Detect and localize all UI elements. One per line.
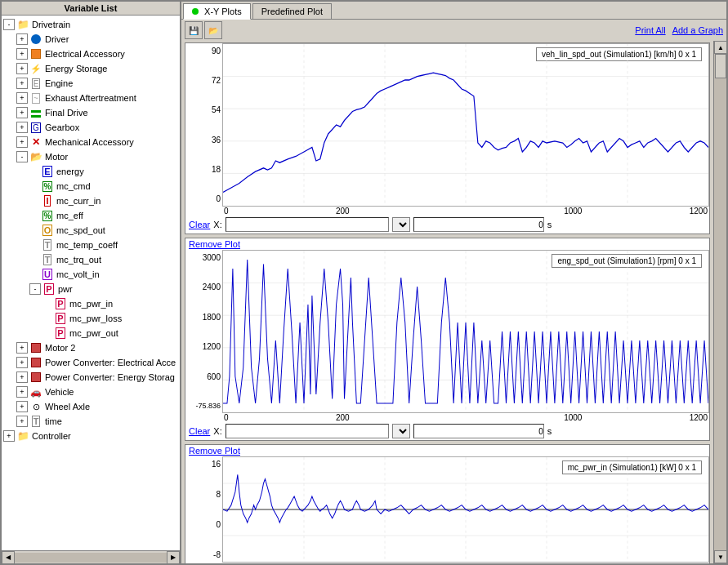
plot-xaxis-2: 0 200 1000 1200 xyxy=(222,413,709,422)
x-input-2[interactable] xyxy=(226,424,389,438)
scroll-left-btn[interactable]: ◀ xyxy=(2,551,15,564)
tree-item-mc-eff[interactable]: % mc_eff xyxy=(28,208,180,223)
x-select-1[interactable] xyxy=(392,217,410,232)
print-all-link[interactable]: Print All xyxy=(635,25,665,35)
label-mc-pwr-loss: mc_pwr_loss xyxy=(69,314,122,323)
tree-item-pwr-conv-elec[interactable]: + Power Converter: Electrical Acce xyxy=(15,355,180,370)
tree-item-mechanical[interactable]: + ✕ Mechanical Accessory xyxy=(15,135,180,149)
scroll-up-btn[interactable]: ▲ xyxy=(714,41,726,54)
tree-item-gearbox[interactable]: + G Gearbox xyxy=(15,120,180,135)
plot-controls-2: Clear X: s xyxy=(185,422,709,440)
x-val-2[interactable] xyxy=(413,424,544,438)
tree-item-mc-spd-out[interactable]: O mc_spd_out xyxy=(28,223,180,238)
label-controller: Controller xyxy=(32,431,71,441)
tree-item-vehicle[interactable]: + 🚗 Vehicle xyxy=(15,385,180,399)
tree-item-mc-volt-in[interactable]: U mc_volt_in xyxy=(28,267,180,282)
open-button[interactable]: 📂 xyxy=(204,21,222,39)
expander-electrical[interactable]: + xyxy=(16,48,28,60)
label-final-drive: Final Drive xyxy=(45,108,88,118)
plot-xaxis-3: 0 200 1000 1200 xyxy=(222,563,709,563)
scroll-right-btn[interactable]: ▶ xyxy=(167,551,180,564)
tree-item-mc-pwr-out[interactable]: P mc_pwr_out xyxy=(41,326,180,340)
horizontal-scrollbar[interactable]: ◀ ▶ xyxy=(2,550,180,563)
expander-engine[interactable]: + xyxy=(16,78,28,89)
scroll-down-btn[interactable]: ▼ xyxy=(714,550,726,563)
scroll-track-v[interactable] xyxy=(714,54,726,550)
expander-time[interactable]: + xyxy=(16,416,28,427)
tree-item-motor[interactable]: - 📂 Motor xyxy=(15,149,180,164)
right-scrollbar[interactable]: ▲ ▼ xyxy=(713,41,726,563)
x-unit-1: s xyxy=(547,220,552,229)
tab-predefined[interactable]: Predefined Plot xyxy=(252,3,332,19)
tree-item-pwr-conv-energy[interactable]: + Power Converter: Energy Storag xyxy=(15,370,180,385)
tree-item-driver[interactable]: + Driver xyxy=(15,32,180,47)
icon-wheel-axle: ⊙ xyxy=(29,400,42,413)
expander-motor2[interactable]: + xyxy=(16,342,28,354)
tree-item-mc-pwr-loss[interactable]: P mc_pwr_loss xyxy=(41,311,180,326)
expander-pwr-conv-elec[interactable]: + xyxy=(16,357,28,368)
save-button[interactable]: 💾 xyxy=(185,21,203,39)
tree-item-mc-temp-coeff[interactable]: T mc_temp_coeff xyxy=(28,238,180,252)
remove-plot-link-3[interactable]: Remove Plot xyxy=(185,445,709,456)
expander-exhaust[interactable]: + xyxy=(16,92,28,104)
label-motor: Motor xyxy=(45,152,68,162)
tree-item-exhaust[interactable]: + ~ Exhaust Aftertreatment xyxy=(15,91,180,105)
tree-item-wheel-axle[interactable]: + ⊙ Wheel Axle xyxy=(15,399,180,414)
label-mc-pwr-in: mc_pwr_in xyxy=(69,299,113,309)
tree-item-pwr[interactable]: - P pwr xyxy=(28,282,180,296)
tree-item-final-drive[interactable]: + Final Drive xyxy=(15,105,180,120)
plot-main-2[interactable]: eng_spd_out (Simulation1) [rpm] 0 x 1 xyxy=(222,250,709,413)
expander-energy-storage[interactable]: + xyxy=(16,63,28,74)
tree-item-drivetrain[interactable]: - 📁 Drivetrain xyxy=(2,17,180,32)
expander-pwr-conv-energy[interactable]: + xyxy=(16,371,28,383)
expander-wheel-axle[interactable]: + xyxy=(16,401,28,412)
tree-item-energy[interactable]: E energy xyxy=(28,164,180,179)
expander-gearbox[interactable]: + xyxy=(16,122,28,133)
x-unit-2: s xyxy=(547,426,552,436)
icon-mechanical: ✕ xyxy=(29,136,42,149)
tree-item-engine[interactable]: + E Engine xyxy=(15,76,180,91)
scroll-track-h[interactable] xyxy=(15,553,167,563)
expander-mechanical[interactable]: + xyxy=(16,136,28,148)
add-graph-link[interactable]: Add a Graph xyxy=(672,25,723,35)
plot-yaxis-1: 90 72 54 36 18 0 xyxy=(185,43,222,207)
label-mc-eff: mc_eff xyxy=(56,211,83,220)
x-select-2[interactable] xyxy=(392,424,410,438)
plot-svg-1 xyxy=(223,44,708,206)
tree-item-mc-pwr-in[interactable]: P mc_pwr_in xyxy=(41,296,180,311)
plot-yaxis-3: 16 8 0 -8 xyxy=(185,456,222,563)
plot-svg-2 xyxy=(223,251,708,412)
label-mc-volt-in: mc_volt_in xyxy=(56,269,100,279)
x-input-1[interactable] xyxy=(226,217,389,232)
tree-item-mc-cmd[interactable]: % mc_cmd xyxy=(28,179,180,194)
remove-plot-link-2[interactable]: Remove Plot xyxy=(185,238,709,250)
icon-pwr-conv-energy xyxy=(29,371,42,384)
plots-area: 90 72 54 36 18 0 veh_lin_spd_out (Simula… xyxy=(181,41,713,563)
tab-xy-plots[interactable]: X-Y Plots xyxy=(183,3,251,20)
tree-item-controller[interactable]: + 📁 Controller xyxy=(2,429,180,443)
expander-driver[interactable]: + xyxy=(16,33,28,45)
expander-pwr[interactable]: - xyxy=(29,283,41,295)
icon-time: T xyxy=(29,415,42,428)
expander-controller[interactable]: + xyxy=(3,430,15,442)
expander-final-drive[interactable]: + xyxy=(16,107,28,118)
label-gearbox: Gearbox xyxy=(45,122,79,132)
tree-item-time[interactable]: + T time xyxy=(15,414,180,429)
expander-vehicle[interactable]: + xyxy=(16,386,28,398)
left-panel: Variable List - 📁 Drivetrain + Driver + … xyxy=(2,2,181,563)
clear-link-1[interactable]: Clear xyxy=(189,220,210,229)
tree-item-electrical[interactable]: + Electrical Accessory xyxy=(15,47,180,61)
expander-drivetrain[interactable]: - xyxy=(3,19,15,30)
clear-link-2[interactable]: Clear xyxy=(189,426,210,436)
tree-item-mc-trq-out[interactable]: T mc_trq_out xyxy=(28,252,180,267)
tree-item-mc-curr-in[interactable]: I mc_curr_in xyxy=(28,194,180,208)
expander-motor[interactable]: - xyxy=(16,151,28,162)
label-mc-pwr-out: mc_pwr_out xyxy=(69,328,118,338)
toolbar-row: 💾 📂 Print All Add a Graph xyxy=(181,20,726,41)
plot-main-3[interactable]: mc_pwr_in (Simulation1) [kW] 0 x 1 xyxy=(222,456,709,563)
tree-item-energy-storage[interactable]: + ⚡ Energy Storage xyxy=(15,61,180,76)
x-val-1[interactable] xyxy=(413,217,544,232)
tree-item-motor2[interactable]: + Motor 2 xyxy=(15,340,180,355)
plot-main-1[interactable]: veh_lin_spd_out (Simulation1) [km/h] 0 x… xyxy=(222,43,709,207)
scroll-thumb-v[interactable] xyxy=(715,54,726,78)
